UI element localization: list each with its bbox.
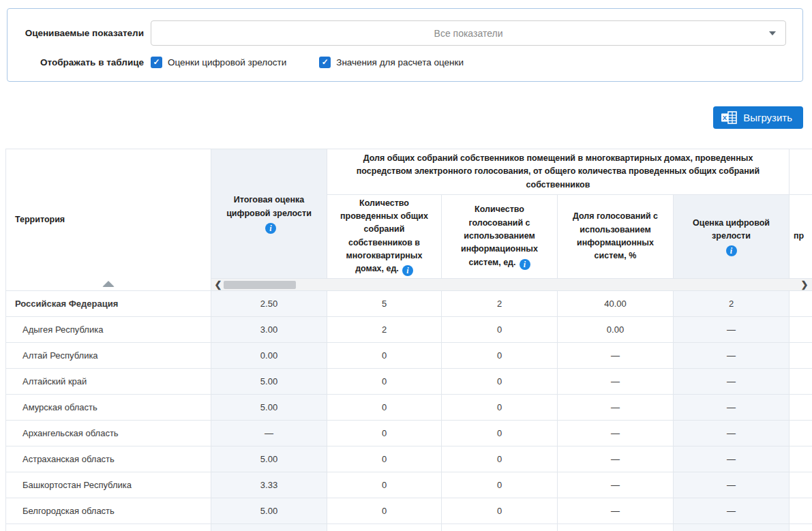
column-header-votings-count[interactable]: Количество голосований с использованием … [442,195,558,279]
info-icon[interactable]: i [402,265,413,276]
value-cell: — [674,317,790,343]
column-header-territory[interactable]: Территория [6,149,211,291]
territory-cell: Архангельская область [6,421,211,446]
value-cell: 0.00 [558,317,674,343]
territory-cell: Астраханская область [6,446,211,472]
info-icon[interactable]: i [265,223,276,234]
value-cell: 0 [442,369,558,395]
excel-icon: X [721,111,737,124]
scroll-right-icon[interactable]: ❯ [799,279,810,291]
column-header-maturity-score[interactable]: Оценка цифровой зрелости i [674,195,790,279]
value-cell: — [674,369,790,395]
value-cell: — [558,446,674,472]
value-cell: 40.00 [558,291,674,317]
group-header-electronic-voting-share: Доля общих собраний собственников помеще… [327,149,790,195]
value-cell: 0 [442,317,558,343]
territory-cell: Алтай Республика [6,343,211,369]
svg-text:X: X [723,114,727,121]
chevron-down-icon [769,31,776,35]
value-cell: 5.00 [211,395,327,421]
indicators-select[interactable]: Все показатели [151,20,786,46]
value-cell: 0 [327,369,442,395]
scroll-left-icon[interactable]: ❮ [213,279,224,291]
horizontal-scrollbar[interactable]: ❮ ❯ [211,279,812,291]
spacer-cell [790,524,812,531]
value-cell [442,524,558,531]
checkbox-checked-icon[interactable]: ✓ [151,57,162,68]
export-button-label: Выгрузить [743,112,792,123]
value-cell: — [674,395,790,421]
territory-cell: Российская Федерация [6,291,211,317]
checkbox-checked-icon[interactable]: ✓ [319,57,331,68]
value-cell: — [674,446,790,472]
info-icon[interactable]: i [726,245,737,256]
filter-panel: Оцениваемые показатели Все показатели От… [7,8,803,82]
column-header-total-score[interactable]: Итоговая оценка цифровой зрелостиi [211,149,327,279]
checkbox-digital-maturity-scores[interactable]: ✓ Оценки цифровой зрелости [151,57,286,68]
value-cell: — [558,498,674,524]
group-header-next-partial [790,149,812,195]
checkbox-label[interactable]: Значения для расчета оценки [336,57,464,67]
value-cell: 2.50 [211,291,327,317]
value-cell: — [211,421,327,446]
spacer-cell [790,369,812,395]
checkbox-calculation-values[interactable]: ✓ Значения для расчета оценки [319,57,464,68]
value-cell: — [558,395,674,421]
column-header-meetings-count[interactable]: Количество проведенных общих собраний со… [327,195,442,279]
value-cell: 5.00 [211,369,327,395]
scrollbar-thumb[interactable] [224,281,296,289]
value-cell: 0 [442,472,558,498]
export-button[interactable]: X Выгрузить [713,106,803,129]
value-cell: 0 [327,395,442,421]
value-cell: — [558,472,674,498]
spacer-cell [790,446,812,472]
value-cell: 3.33 [211,472,327,498]
spacer-cell [790,395,812,421]
value-cell: 0 [442,421,558,446]
spacer-cell [790,343,812,369]
sort-ascending-icon [102,281,115,287]
value-cell: 0 [442,498,558,524]
value-cell: — [674,343,790,369]
indicators-label: Оцениваемые показатели [7,28,144,38]
value-cell [327,524,442,531]
spacer-cell [790,291,812,317]
info-icon[interactable]: i [520,259,530,270]
checkbox-label[interactable]: Оценки цифровой зрелости [168,57,286,67]
territory-cell: Амурская область [6,395,211,421]
value-cell: — [558,369,674,395]
total-score-header-label: Итоговая оценка цифровой зрелости [226,195,312,217]
value-cell: 5.00 [211,446,327,472]
value-cell: 5.00 [211,498,327,524]
indicators-select-value: Все показатели [434,28,503,39]
value-cell: — [674,498,790,524]
spacer-cell [790,472,812,498]
table-grid: Территория Итоговая оценка цифровой зрел… [6,149,812,531]
maturity-table: Территория Итоговая оценка цифровой зрел… [5,149,812,531]
value-cell: 0 [327,498,442,524]
column-header-votings-share[interactable]: Доля голосований с использованием информ… [558,195,674,279]
territory-cell: Адыгея Республика [6,317,211,343]
value-cell: 0 [327,446,442,472]
territory-cell: Белгородская область [6,498,211,524]
value-cell: 0 [327,472,442,498]
value-cell: 2 [674,291,790,317]
value-cell: 0 [442,446,558,472]
column-header-next-partial: пр [790,195,812,279]
territory-cell [6,524,211,531]
value-cell: 5 [327,291,442,317]
value-cell [211,524,327,531]
value-cell: — [558,421,674,446]
value-cell: 0 [442,395,558,421]
value-cell: — [674,421,790,446]
display-in-table-label: Отображать в таблице [7,57,144,67]
value-cell: 3.00 [211,317,327,343]
territory-cell: Алтайский край [6,369,211,395]
value-cell [558,524,674,531]
spacer-cell [790,421,812,446]
value-cell [674,524,790,531]
value-cell: 0 [442,343,558,369]
value-cell: 2 [327,317,442,343]
value-cell: 2 [442,291,558,317]
value-cell: — [674,472,790,498]
